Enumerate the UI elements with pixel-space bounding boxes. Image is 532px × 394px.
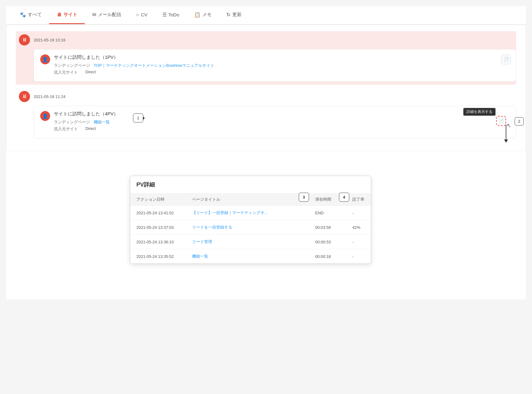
table-row: 2021-05-24 13:41:02【リード】一括登録｜マーケティングオ...…	[130, 206, 371, 220]
nav-item-todo[interactable]: ☰ ToDo	[155, 6, 187, 24]
tooltip-text: 詳細を表示する	[466, 109, 492, 114]
bubble-4-label: 4	[343, 195, 345, 199]
arrow-down	[506, 125, 506, 140]
bubble-2-label: 2	[518, 119, 520, 124]
activity-card-1: 👤 サイトに訪問しました（1PV） ランディングページ TOP｜マーケティングオ…	[34, 49, 516, 82]
timeline-section-1: 🖥 2021-05-19 13:16 👤 サイトに訪問しました（1PV） ランデ…	[16, 31, 516, 85]
activity-row-source-2: 流入元サイト Direct	[54, 126, 510, 132]
cell-datetime-3: 2021-05-24 13:35:52	[130, 249, 186, 264]
activity-title-1: サイトに訪問しました（1PV）	[54, 54, 510, 60]
user-icon-1: 👤	[40, 54, 50, 64]
pv-detail-title: PV詳細	[136, 181, 155, 188]
callout-bubble-3: 3	[299, 193, 309, 202]
memo-icon: 📋	[194, 12, 200, 18]
mail-icon: ✉	[92, 12, 96, 18]
nav-item-memo[interactable]: 📋 メモ	[187, 6, 219, 24]
cell-read-rate-3: -	[346, 249, 371, 264]
bubble-3-label: 3	[303, 195, 305, 199]
refresh-icon: ↻	[226, 12, 230, 18]
nav-item-cv[interactable]: ○ CV	[129, 6, 155, 24]
source-label-1: 流入元サイト	[54, 70, 82, 75]
nav-item-site[interactable]: 🖥 サイト	[49, 6, 85, 24]
cell-datetime-2: 2021-05-24 13:36:10	[130, 235, 186, 249]
page-title-link-2[interactable]: リード管理	[192, 239, 212, 244]
callout-bubble-4: 4	[339, 193, 349, 202]
table-row: 2021-05-24 13:37:03リードを一括登録する00:03:5942%	[130, 220, 371, 235]
cell-read-rate-2: -	[346, 235, 371, 249]
activity-title-2: サイトに訪問しました（4PV）	[54, 111, 510, 117]
cell-datetime-0: 2021-05-24 13:41:02	[130, 206, 186, 220]
activity-row-source-1: 流入元サイト Direct	[54, 70, 510, 75]
activity-body-1: サイトに訪問しました（1PV） ランディングページ TOP｜マーケティングオート…	[54, 54, 510, 76]
landing-label-1: ランディングページ	[54, 63, 90, 68]
timeline-date-1: 🖥 2021-05-19 13:16	[16, 34, 516, 45]
cell-read-rate-1: 42%	[346, 220, 371, 235]
landing-link-1[interactable]: TOP｜マーケティングオートメーションBowNowマニュアルサイト	[94, 63, 214, 68]
activity-row-landing-2: ランディングページ 機能一覧	[54, 119, 510, 125]
landing-link-2[interactable]: 機能一覧	[94, 119, 110, 125]
callout-bubble-1: 1	[133, 113, 143, 122]
cell-page-title-3: 機能一覧	[186, 249, 309, 264]
cell-stay-time-3: 00:00:18	[309, 249, 346, 264]
cell-stay-time-1: 00:03:59	[309, 220, 346, 235]
activity-card-2: 1 👤 サイトに訪問しました（4PV） ランディングページ 機能一覧 流入元サイ…	[34, 106, 516, 138]
col-header-datetime: アクション日時	[130, 194, 186, 206]
timeline-container: 🖥 2021-05-19 13:16 👤 サイトに訪問しました（1PV） ランデ…	[6, 25, 526, 151]
source-label-2: 流入元サイト	[54, 126, 82, 132]
pv-detail-panel: PV詳細 3 4 アクション日時 ページタイトル	[130, 176, 371, 264]
pv-detail-header: PV詳細 3 4	[130, 176, 371, 194]
cell-page-title-2: リード管理	[186, 235, 309, 249]
cell-stay-time-0: END	[309, 206, 346, 220]
table-header-row: アクション日時 ページタイトル 滞在時間 読了率	[130, 194, 371, 206]
user-icon-2: 👤	[40, 111, 50, 121]
site-icon-2: 🖥	[19, 91, 30, 102]
source-value-2: Direct	[85, 126, 96, 132]
cell-page-title-1: リードを一括登録する	[186, 220, 309, 235]
top-navigation: 🐾 すべて 🖥 サイト ✉ メール配信 ○ CV ☰ ToDo 📋 メモ ↻ 更…	[6, 6, 526, 25]
document-icon-1: 📄	[504, 57, 509, 62]
page-title-link-0[interactable]: 【リード】一括登録｜マーケティングオ...	[192, 210, 268, 215]
timeline-date-2: 🖥 2021-05-18 11:24	[16, 91, 516, 102]
pv-table-body: 2021-05-24 13:41:02【リード】一括登録｜マーケティングオ...…	[130, 206, 371, 264]
activity-body-2: サイトに訪問しました（4PV） ランディングページ 機能一覧 流入元サイト Di…	[54, 111, 510, 133]
callout-bubble-2: 2	[515, 117, 524, 126]
activity-row-landing-1: ランディングページ TOP｜マーケティングオートメーションBowNowマニュアル…	[54, 63, 510, 68]
cursor-icon: ↖	[507, 122, 511, 129]
paw-icon: 🐾	[20, 12, 26, 18]
source-value-1: Direct	[85, 70, 96, 75]
cell-stay-time-2: 00:00:53	[309, 235, 346, 249]
list-icon: ☰	[162, 12, 167, 18]
table-row: 2021-05-24 13:36:10リード管理00:00:53-	[130, 235, 371, 249]
monitor-icon: 🖥	[57, 12, 62, 18]
nav-item-mail[interactable]: ✉ メール配信	[85, 6, 129, 24]
detail-button-1[interactable]: 📄	[501, 54, 511, 64]
cell-page-title-0: 【リード】一括登録｜マーケティングオ...	[186, 206, 309, 220]
table-row: 2021-05-24 13:35:52機能一覧00:00:18-	[130, 249, 371, 264]
nav-item-update[interactable]: ↻ 更新	[219, 6, 249, 24]
page-title-link-3[interactable]: 機能一覧	[192, 254, 208, 259]
site-icon-1: 🖥	[19, 34, 30, 45]
col-header-page-title: ページタイトル	[186, 194, 309, 206]
page-title-link-1[interactable]: リードを一括登録する	[192, 225, 232, 229]
timeline-section-2: 🖥 2021-05-18 11:24 1 👤 サイトに訪問しました（4PV） ラ…	[16, 91, 516, 138]
cell-datetime-1: 2021-05-24 13:37:03	[130, 220, 186, 235]
nav-item-all[interactable]: 🐾 すべて	[12, 6, 49, 24]
timestamp-2: 2021-05-18 11:24	[34, 94, 66, 99]
bubble-1-label: 1	[137, 116, 139, 120]
landing-label-2: ランディングページ	[54, 119, 90, 125]
cell-read-rate-0: -	[346, 206, 371, 220]
document-icon-2: 📄	[499, 118, 504, 123]
timestamp-1: 2021-05-19 13:16	[34, 38, 66, 42]
detail-button-2[interactable]: 📄	[496, 116, 506, 126]
detail-tooltip: 詳細を表示する	[463, 108, 496, 116]
col-header-read-rate: 読了率	[346, 194, 371, 206]
cv-icon: ○	[136, 12, 139, 18]
pv-detail-table: アクション日時 ページタイトル 滞在時間 読了率 2021-05-24 13:4…	[130, 194, 371, 263]
